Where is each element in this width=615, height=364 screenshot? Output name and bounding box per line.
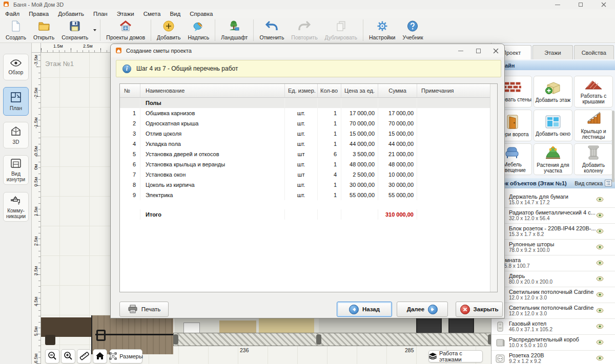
- visibility-eye-icon[interactable]: [596, 228, 604, 235]
- col-qty: Кол-во: [318, 84, 341, 97]
- table-row[interactable]: 2Односкатная крышашт.170 000,0070 000,00: [120, 118, 490, 129]
- furniture-icon: [505, 145, 520, 161]
- plan-sink: [183, 323, 200, 334]
- zoom-out-button[interactable]: [45, 349, 59, 363]
- main-window: Баня - Мой Дом 3D Файл Правка Добавить П…: [0, 0, 615, 364]
- home-icon: [95, 352, 105, 361]
- step-banner: i Шаг 4 из 7 - Общий перечень работ: [116, 60, 501, 77]
- plan-chair[interactable]: [45, 335, 55, 345]
- sidebar-item-3d[interactable]: 3D: [3, 122, 29, 148]
- table-row[interactable]: 1Обшивка карнизовшт.117 000,0017 000,00: [120, 108, 490, 118]
- plants-button[interactable]: Растения для участка: [534, 143, 572, 175]
- visibility-eye-icon[interactable]: [596, 212, 604, 219]
- add-window-button[interactable]: Добавить окно: [534, 110, 572, 141]
- objects-header-title: Блок объектов (Этаж №1): [495, 180, 567, 186]
- dialog-close-icon[interactable]: [487, 44, 504, 57]
- back-button[interactable]: Назад: [337, 302, 392, 317]
- visibility-eye-icon[interactable]: [596, 197, 604, 203]
- table-row[interactable]: 5Установка дверей и откосовшт63 500,0021…: [120, 149, 490, 159]
- eye-icon: [10, 59, 22, 68]
- v-ruler-label: 0.5м: [33, 176, 39, 188]
- visibility-eye-icon[interactable]: [596, 276, 604, 283]
- gas-boiler-icon: [495, 321, 506, 333]
- visibility-eye-icon[interactable]: [596, 292, 604, 298]
- plan-table[interactable]: [38, 317, 91, 337]
- tab-floors[interactable]: Этажи: [532, 45, 572, 59]
- zoom-out-icon: [48, 351, 57, 361]
- zoom-in-icon: [64, 351, 73, 361]
- list-view-icon: [605, 180, 612, 187]
- sidebar-item-overview[interactable]: Обзор: [3, 54, 29, 80]
- object-row[interactable]: Держатель для бумаги 15.0 x 14.7 x 17.2: [491, 192, 615, 208]
- visibility-eye-icon[interactable]: [596, 339, 604, 346]
- ruler-icon: [79, 351, 89, 362]
- work-roofs-button[interactable]: Работать с крышами: [574, 76, 613, 108]
- dialog-house-icon: [115, 47, 122, 55]
- floors-work-button[interactable]: Работа с этажами: [428, 350, 483, 362]
- table-row[interactable]: 6Установка крыльца и верандышт.148 000,0…: [120, 159, 490, 169]
- dimensions-button[interactable]: Размеры: [110, 349, 142, 363]
- h-ruler-label: 2.5м: [83, 44, 93, 49]
- table-row[interactable]: 4Укладка полашт.144 000,0044 000,00: [120, 139, 490, 149]
- visibility-eye-icon[interactable]: [596, 355, 604, 362]
- next-button[interactable]: Далее: [397, 302, 448, 317]
- add-floor-button[interactable]: Добавить этаж: [534, 76, 572, 108]
- table-row[interactable]: 9Электрикашт.155 000,0055 000,00: [120, 190, 490, 200]
- total-row: Итого310 000,00: [120, 209, 490, 220]
- dialog-minimize-icon[interactable]: [452, 44, 469, 57]
- total-value: 310 000,00: [378, 209, 417, 220]
- close-x-icon: [460, 305, 470, 314]
- table-scrollbar[interactable]: [490, 84, 497, 292]
- col-sum: Сумма: [378, 84, 417, 97]
- group-row[interactable]: Полы: [120, 98, 490, 108]
- object-row[interactable]: Рулонные шторы 78.0 x 9.2 x 100.0: [491, 240, 615, 255]
- objects-scrollbar[interactable]: [612, 111, 614, 182]
- interior-view-icon: [10, 158, 22, 169]
- object-row-room[interactable]: Комната 215.8 x 100.7: [491, 255, 615, 271]
- visibility-eye-icon[interactable]: [596, 308, 604, 314]
- object-row[interactable]: Светильник потолочный Cardine 12.0 x 12.…: [491, 287, 615, 303]
- zoom-in-button[interactable]: [61, 349, 75, 363]
- brick-wall-icon: [504, 81, 521, 96]
- object-row[interactable]: Распределительный короб 10.0 x 5.0 x 10.…: [491, 335, 615, 351]
- visibility-eye-icon[interactable]: [596, 260, 604, 267]
- object-row[interactable]: Газовый котел 46.0 x 37.1 x 105.2: [491, 319, 615, 335]
- table-row[interactable]: 7Установка оконшт42 500,0010 000,00: [120, 169, 490, 180]
- object-row[interactable]: Розетка 220В 9.2 x 1.2 x 9.2: [491, 351, 615, 364]
- table-row[interactable]: 8Цоколь из кирпичашт.130 000,0030 000,00: [120, 180, 490, 190]
- table-row[interactable]: 3Отлив цоколяшт.115 000,0015 000,00: [120, 129, 490, 139]
- column-icon: [587, 145, 600, 161]
- measure-button[interactable]: [77, 349, 91, 363]
- sidebar-item-plan[interactable]: План: [3, 87, 29, 116]
- sidebar-item-communications[interactable]: Комму-никации: [3, 192, 29, 222]
- plan-rug: [219, 320, 256, 334]
- plants-icon: [544, 145, 562, 161]
- home-button[interactable]: [93, 349, 107, 363]
- dialog-title-bar[interactable]: Создание сметы проекта: [111, 44, 504, 57]
- add-column-button[interactable]: Добавить колонну: [574, 143, 613, 175]
- object-row[interactable]: Светильник потолочный Cardine 12.0 x 12.…: [491, 303, 615, 319]
- dialog-maximize-icon[interactable]: [469, 44, 487, 57]
- plan-wall-post: [316, 334, 321, 345]
- visibility-eye-icon[interactable]: [596, 324, 604, 330]
- view-list-control[interactable]: Вид списка: [575, 180, 612, 187]
- faucet-icon: [9, 195, 23, 206]
- house-3d-icon: [10, 125, 22, 138]
- plan-icon: [10, 92, 22, 104]
- print-button[interactable]: Печать: [119, 302, 169, 317]
- right-panel-tabs: Проект Этажи Свойства: [491, 45, 614, 59]
- porch-stairs-button[interactable]: Крыльцо и лестницы: [574, 110, 613, 141]
- design-section-header: Дизайн: [491, 60, 615, 70]
- object-row[interactable]: Блок розеток - 220В-IP44 220В-... 15.3 x…: [491, 224, 615, 240]
- dialog-close-button[interactable]: Закрыть: [456, 302, 503, 317]
- tab-properties[interactable]: Свойства: [574, 45, 614, 59]
- plan-deck-rail: [95, 334, 173, 335]
- object-row[interactable]: Дверь 80.0 x 20.0 x 200.0: [491, 271, 615, 287]
- sidebar-item-interior[interactable]: Вид изнутри: [3, 155, 29, 185]
- plan-deck-post: [96, 330, 106, 341]
- col-notes: Примечания: [417, 84, 490, 97]
- plan-dimension-right: 285: [405, 347, 414, 353]
- visibility-eye-icon[interactable]: [596, 244, 604, 251]
- v-ruler-label: 5.5м: [33, 325, 39, 337]
- object-row[interactable]: Радиатор биметаллический 4 с... 32.0 x 1…: [491, 208, 615, 224]
